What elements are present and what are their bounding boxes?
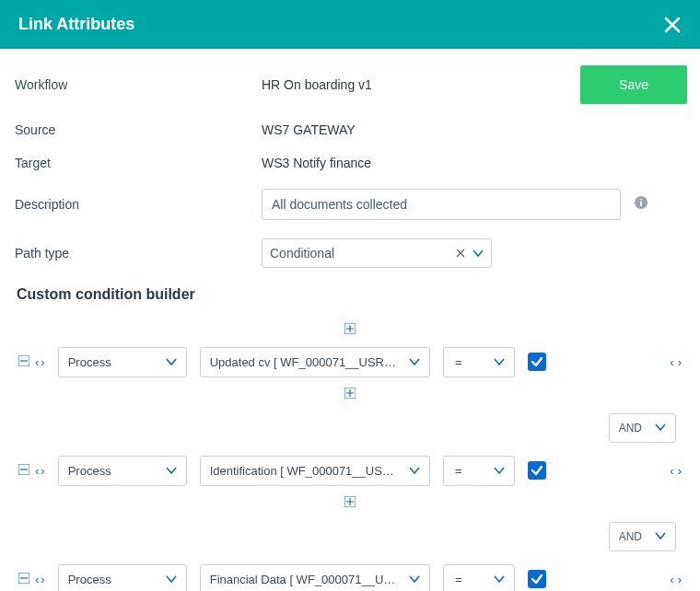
chevron-left-icon[interactable]: ‹ (35, 464, 39, 478)
chevron-down-icon[interactable] (409, 464, 420, 478)
modal-body: Workflow HR On boarding v1 Save Source W… (0, 49, 700, 591)
scope-value: Process (68, 464, 111, 478)
label-path-type: Path type (13, 246, 262, 261)
chevron-down-icon[interactable] (409, 573, 420, 586)
info-icon[interactable] (634, 195, 648, 214)
modal-title: Link Attributes (18, 15, 134, 34)
scope-value: Process (68, 573, 111, 586)
operator-value: = (453, 573, 464, 586)
save-button[interactable]: Save (580, 65, 687, 104)
path-type-value: Conditional (270, 246, 334, 261)
operator-select[interactable]: = (443, 347, 515, 377)
field-select[interactable]: Updated cv [ WF_000071__USR_U... (200, 347, 430, 377)
connector-value: AND (619, 530, 642, 543)
operator-select[interactable]: = (443, 456, 515, 486)
operator-select[interactable]: = (443, 564, 515, 592)
label-description: Description (13, 197, 262, 212)
row-workflow: Workflow HR On boarding v1 Save (13, 65, 687, 104)
connector-value: AND (619, 422, 642, 435)
chevron-left-icon[interactable]: ‹ (670, 464, 673, 478)
field-value: Financial Data [ WF_000071__USR... (210, 573, 402, 586)
scope-value: Process (68, 355, 111, 369)
value-checkbox[interactable] (528, 461, 546, 480)
value-workflow: HR On boarding v1 (262, 77, 580, 92)
value-checkbox[interactable] (528, 353, 546, 371)
condition-row: ‹ › Process Updated cv [ WF_000071__USR_… (18, 343, 682, 380)
row-source: Source WS7 GATEWAY (13, 122, 687, 137)
remove-row-icon[interactable] (18, 571, 29, 587)
add-condition-icon[interactable] (344, 494, 356, 511)
add-condition-icon[interactable] (344, 386, 356, 402)
chevron-right-icon[interactable]: › (41, 573, 44, 586)
remove-row-icon[interactable] (18, 353, 29, 370)
chevron-left-icon[interactable]: ‹ (35, 355, 39, 369)
value-checkbox[interactable] (528, 570, 546, 588)
close-icon[interactable] (663, 16, 682, 34)
field-value: Updated cv [ WF_000071__USR_U... (210, 355, 402, 369)
chevron-down-icon[interactable] (409, 355, 420, 369)
scope-select[interactable]: Process (58, 564, 187, 592)
chevron-down-icon[interactable] (655, 530, 666, 543)
row-target: Target WS3 Notify finance (13, 156, 687, 170)
field-select[interactable]: Financial Data [ WF_000071__USR... (200, 564, 430, 592)
value-target: WS3 Notify finance (262, 156, 687, 170)
chevron-right-icon[interactable]: › (41, 355, 44, 369)
description-input[interactable] (262, 189, 621, 220)
chevron-down-icon[interactable] (166, 464, 177, 478)
path-type-select[interactable]: Conditional (262, 238, 492, 268)
row-description: Description (13, 189, 687, 220)
operator-value: = (453, 355, 464, 369)
label-source: Source (13, 122, 262, 137)
condition-builder: ‹ › Process Updated cv [ WF_000071__USR_… (13, 321, 687, 591)
connector-select[interactable]: AND (609, 522, 676, 551)
condition-row: ‹ › Process Identification [ WF_000071__… (18, 452, 682, 489)
label-target: Target (13, 156, 262, 170)
chevron-down-icon[interactable] (655, 422, 666, 435)
scope-select[interactable]: Process (58, 347, 187, 377)
chevron-down-icon[interactable] (472, 246, 484, 261)
scope-select[interactable]: Process (58, 456, 187, 486)
value-source: WS7 GATEWAY (262, 122, 687, 137)
chevron-down-icon[interactable] (166, 573, 177, 586)
chevron-down-icon[interactable] (166, 355, 177, 369)
operator-value: = (453, 464, 464, 478)
chevron-right-icon[interactable]: › (678, 573, 682, 586)
remove-row-icon[interactable] (18, 462, 29, 479)
field-value: Identification [ WF_000071__USR_... (210, 464, 402, 478)
condition-row: ‹ › Process Financial Data [ WF_000071__… (18, 561, 682, 591)
clear-icon[interactable] (456, 246, 465, 261)
chevron-right-icon[interactable]: › (678, 355, 682, 369)
field-select[interactable]: Identification [ WF_000071__USR_... (200, 456, 430, 486)
builder-title: Custom condition builder (13, 286, 687, 303)
chevron-left-icon[interactable]: ‹ (670, 573, 673, 586)
svg-rect-2 (640, 199, 642, 201)
chevron-left-icon[interactable]: ‹ (35, 573, 39, 586)
chevron-right-icon[interactable]: › (678, 464, 682, 478)
svg-rect-1 (640, 202, 642, 206)
label-workflow: Workflow (13, 77, 262, 92)
chevron-right-icon[interactable]: › (41, 464, 44, 478)
modal-header: Link Attributes (0, 0, 700, 49)
connector-select[interactable]: AND (609, 413, 676, 443)
chevron-left-icon[interactable]: ‹ (670, 355, 673, 369)
chevron-down-icon[interactable] (494, 573, 505, 586)
chevron-down-icon[interactable] (494, 464, 505, 478)
add-condition-icon[interactable] (344, 321, 356, 338)
row-path-type: Path type Conditional (13, 238, 687, 268)
chevron-down-icon[interactable] (494, 355, 505, 369)
